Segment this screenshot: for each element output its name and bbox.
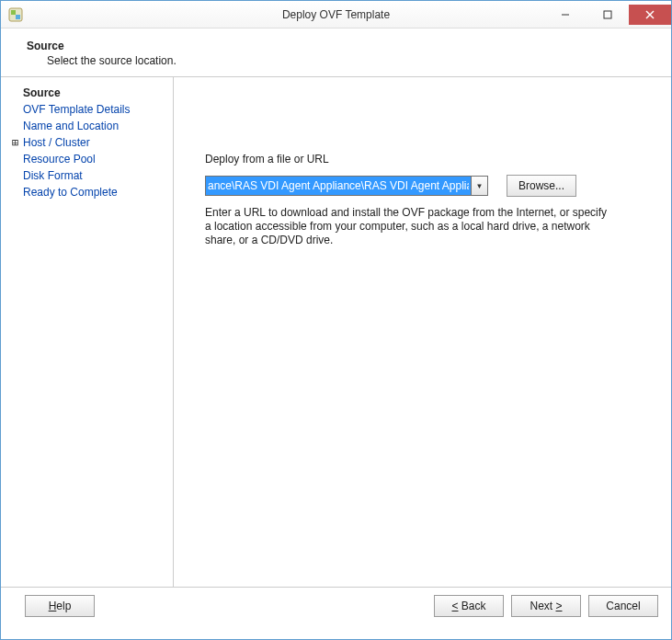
source-input-row: ▼ Browse... <box>205 175 649 197</box>
window-controls <box>544 5 671 25</box>
sidebar-item-label: Resource Pool <box>23 152 96 166</box>
sidebar-item-label: OVF Template Details <box>23 102 131 117</box>
page-subtitle: Select the source location. <box>47 54 656 67</box>
close-button[interactable] <box>629 5 671 25</box>
sidebar-item-label: Ready to Complete <box>23 185 118 200</box>
sidebar-item-ovf-details[interactable]: OVF Template Details <box>23 101 173 118</box>
app-icon <box>8 7 23 22</box>
browse-button[interactable]: Browse... <box>507 175 576 197</box>
back-button[interactable]: < Back <box>434 595 504 617</box>
sidebar-item-label: Source <box>23 86 61 100</box>
sidebar-item-host-cluster[interactable]: ⊞ Host / Cluster <box>23 134 173 151</box>
sidebar-item-source[interactable]: Source <box>23 85 173 101</box>
sidebar-item-label: Host / Cluster <box>23 135 90 150</box>
sidebar-item-name-location[interactable]: Name and Location <box>23 118 173 134</box>
dropdown-icon[interactable]: ▼ <box>471 177 487 195</box>
help-button[interactable]: Help <box>25 595 95 617</box>
wizard-footer: Help < Back Next > Cancel <box>1 588 671 626</box>
wizard-steps: Source OVF Template Details Name and Loc… <box>14 77 174 587</box>
svg-rect-4 <box>604 11 611 18</box>
source-path-input[interactable] <box>206 177 471 195</box>
svg-rect-2 <box>16 15 20 19</box>
helper-text: Enter a URL to download and install the … <box>205 206 609 247</box>
page-title: Source <box>27 40 656 52</box>
svg-rect-1 <box>11 10 16 15</box>
next-button[interactable]: Next > <box>511 595 581 617</box>
cancel-button[interactable]: Cancel <box>588 595 658 617</box>
expand-icon[interactable]: ⊞ <box>12 135 23 150</box>
maximize-button[interactable] <box>587 5 629 25</box>
sidebar-item-resource-pool[interactable]: Resource Pool <box>23 151 173 167</box>
content-area: Source OVF Template Details Name and Loc… <box>1 77 671 587</box>
titlebar: Deploy OVF Template <box>1 1 671 29</box>
sidebar-item-disk-format[interactable]: Disk Format <box>23 167 173 184</box>
source-field-label: Deploy from a file or URL <box>205 153 649 166</box>
wizard-header: Source Select the source location. <box>1 29 671 76</box>
sidebar-item-label: Name and Location <box>23 119 119 133</box>
minimize-button[interactable] <box>544 5 587 25</box>
source-path-combo[interactable]: ▼ <box>205 176 488 196</box>
main-panel: Deploy from a file or URL ▼ Browse... En… <box>174 77 671 587</box>
sidebar-item-label: Disk Format <box>23 168 83 183</box>
sidebar-item-ready-complete[interactable]: Ready to Complete <box>23 184 173 200</box>
